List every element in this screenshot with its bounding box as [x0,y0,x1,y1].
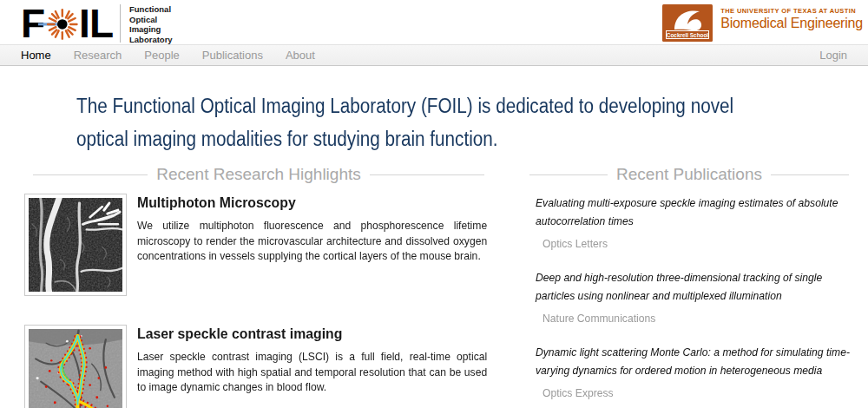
main-nav: Home Research People Publications About … [0,44,868,66]
university-wordmark: THE UNIVERSITY OF TEXAS AT AUSTIN Biomed… [720,4,863,31]
publication-item: Deep and high-resolution three-dimension… [521,268,858,325]
nav-item-research[interactable]: Research [74,49,122,62]
lab-name-line: Imaging [129,24,173,35]
publications-section-title: Recent Publications [616,165,762,184]
research-section-title: Recent Research Highlights [156,165,361,184]
publication-title[interactable]: Evaluating multi-exposure speckle imagin… [536,194,864,230]
nav-item-publications[interactable]: Publications [202,49,263,62]
lab-name-line: Optical [129,15,173,25]
publication-title[interactable]: Deep and high-resolution three-dimension… [536,268,864,305]
multiphoton-vessels-image [29,198,122,292]
publications-section-header: Recent Publications [521,165,858,184]
publication-journal: Optics Express [542,386,826,399]
university-logo[interactable]: Cockrell School THE UNIVERSITY OF TEXAS … [662,4,863,42]
publication-title[interactable]: Dynamic light scattering Monte Carlo: a … [536,343,864,379]
login-link[interactable]: Login [819,49,847,62]
nav-item-about[interactable]: About [286,49,315,62]
department-name: Biomedical Engineering [720,16,863,31]
publication-journal: Nature Communications [542,312,826,325]
research-item-description: Laser speckle contrast imaging (LSCI) is… [137,349,487,395]
logo-letters-il: IL [79,4,113,43]
cockrell-school-label: Cockrell School [667,32,709,38]
lab-name-line: Laboratory [129,35,173,45]
research-item: Multiphoton Microscopy We utilize multip… [24,194,493,296]
laser-starburst-icon [37,3,82,43]
publication-journal: Optics Letters [542,237,826,250]
lsci-blood-flow-image [29,329,122,408]
research-item-title[interactable]: Laser speckle contrast imaging [137,326,499,343]
research-item-title[interactable]: Multiphoton Microscopy [137,194,499,212]
university-name: THE UNIVERSITY OF TEXAS AT AUSTIN [720,7,863,15]
research-section-header: Recent Research Highlights [24,165,493,184]
cockrell-school-swoosh-logo: Cockrell School [662,4,713,42]
publication-item: Evaluating multi-exposure speckle imagin… [521,194,858,250]
research-item-text: Multiphoton Microscopy We utilize multip… [137,194,526,296]
multiphoton-thumbnail[interactable] [24,194,127,296]
brand-logo[interactable]: F IL [21,3,173,43]
research-highlights-section: Recent Research Highlights [24,165,493,408]
publication-item: Dynamic light scattering Monte Carlo: a … [521,343,858,399]
research-item-text: Laser speckle contrast imaging Laser spe… [137,325,526,408]
lsci-thumbnail[interactable] [24,325,127,408]
logo-divider [120,4,121,43]
nav-item-people[interactable]: People [144,49,179,62]
publications-section: Recent Publications Evaluating multi-exp… [521,165,858,408]
nav-item-home[interactable]: Home [21,49,51,62]
lab-name-line: Functional [129,4,173,15]
lab-name: Functional Optical Imaging Laboratory [129,3,173,44]
content-columns: Recent Research Highlights [0,165,868,408]
hero-heading: The Functional Optical Imaging Laborator… [76,89,795,155]
research-item: Laser speckle contrast imaging Laser spe… [24,325,493,408]
research-item-description: We utilize multiphoton fluorescence and … [137,218,487,264]
page-header: F IL [0,0,868,44]
